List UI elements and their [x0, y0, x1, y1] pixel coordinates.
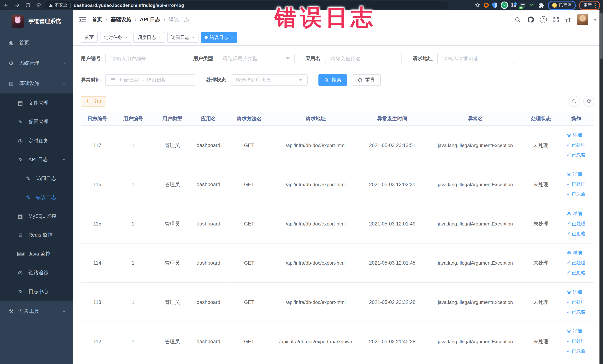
- table-row: 1161管理员dashboardGET/api/infra/db-doc/exp…: [81, 165, 594, 204]
- close-icon[interactable]: ×: [192, 35, 195, 39]
- hamburger-icon[interactable]: [79, 17, 86, 23]
- sidebar-item[interactable]: ⚒研发工具: [0, 301, 73, 321]
- close-icon[interactable]: ×: [125, 35, 127, 39]
- extension-plant-icon[interactable]: [529, 2, 535, 8]
- sidebar-item[interactable]: ⊞基础设施: [0, 73, 73, 94]
- sidebar-item[interactable]: ✎错误日志: [0, 188, 73, 207]
- extension-shield-icon[interactable]: [492, 2, 497, 8]
- extension-on-icon[interactable]: [520, 3, 525, 8]
- app-name-input[interactable]: [325, 53, 402, 64]
- ignored-link[interactable]: ✓已忽略: [567, 190, 586, 199]
- github-icon[interactable]: [527, 16, 534, 23]
- tag-item[interactable]: 调度日志×: [134, 32, 165, 43]
- extension-grid-icon[interactable]: [511, 3, 516, 8]
- detail-link[interactable]: 详细: [567, 327, 582, 336]
- column-header: 日志编号: [81, 112, 114, 126]
- request-url-input[interactable]: [437, 53, 514, 64]
- security-chip[interactable]: 不安全: [48, 2, 67, 8]
- detail-link[interactable]: 详细: [567, 287, 582, 297]
- extension-orange-icon[interactable]: [484, 3, 489, 8]
- refresh-icon: [587, 99, 591, 104]
- sidebar-item[interactable]: ✎API 日志: [0, 150, 73, 169]
- reset-button[interactable]: 重置: [352, 74, 381, 86]
- sidebar-item[interactable]: ✎访问日志: [0, 169, 73, 188]
- request-url-field[interactable]: [442, 55, 509, 62]
- tag-active[interactable]: 错误日志×: [201, 32, 237, 43]
- table-body: 1171管理员dashboardGET/api/infra/db-doc/exp…: [81, 126, 594, 361]
- browser-home-icon[interactable]: [35, 2, 42, 8]
- sidebar-item[interactable]: ▤文件管理: [0, 94, 73, 112]
- log-icon: ✎: [25, 175, 32, 181]
- extensions-puzzle-icon[interactable]: [538, 2, 545, 8]
- ignored-link[interactable]: ✓已忽略: [567, 150, 586, 160]
- app-name-field[interactable]: [330, 55, 397, 62]
- detail-link[interactable]: 详细: [567, 248, 582, 258]
- sidebar-logo[interactable]: 芋道管理系统: [0, 10, 73, 32]
- paused-extension-pill[interactable]: 已暂停: [548, 0, 576, 10]
- processed-link[interactable]: ✓已处理: [567, 219, 586, 228]
- extension-v-icon[interactable]: V: [501, 1, 508, 9]
- tag-item[interactable]: 首页: [81, 32, 98, 43]
- breadcrumb-infra[interactable]: 基础设施: [111, 16, 131, 23]
- processed-link[interactable]: ✓已处理: [567, 337, 586, 346]
- ignored-link[interactable]: ✓已忽略: [567, 307, 586, 317]
- user-id-input[interactable]: [105, 53, 182, 64]
- breadcrumb-api-log[interactable]: API 日志: [140, 16, 160, 23]
- process-status-select[interactable]: 请选择处理状态: [231, 74, 308, 86]
- browser-reload-icon[interactable]: [25, 2, 31, 8]
- action-label: 已处理: [572, 140, 586, 150]
- ignored-link[interactable]: ✓已忽略: [567, 347, 586, 356]
- tag-item[interactable]: 访问日志×: [167, 32, 198, 43]
- export-button[interactable]: 导出: [81, 96, 106, 106]
- close-icon[interactable]: ×: [159, 35, 161, 39]
- processed-link[interactable]: ✓已处理: [567, 297, 586, 307]
- check-icon: ✓: [567, 347, 570, 356]
- sidebar-item[interactable]: ✎配置管理: [0, 112, 73, 131]
- exception-time-range-picker[interactable]: 开始日期 - 结束日期: [105, 74, 195, 86]
- user-type-select[interactable]: 请选择用户类型: [218, 53, 295, 64]
- url-text[interactable]: dashboard.yudao.iocoder.cn/infra/log/api…: [74, 3, 184, 8]
- detail-link[interactable]: 详细: [567, 209, 582, 219]
- sidebar-item[interactable]: ◉首页: [0, 32, 73, 53]
- sidebar-item-label: MySQL 监控: [29, 212, 73, 219]
- sidebar-item[interactable]: ⚙系统管理: [0, 53, 73, 73]
- toggle-search-button[interactable]: [569, 96, 580, 107]
- tag-item[interactable]: 定时任务×: [100, 32, 131, 43]
- browser-back-icon[interactable]: [3, 2, 9, 8]
- scrollbar[interactable]: [600, 10, 603, 364]
- scrollbar-thumb[interactable]: [600, 13, 603, 59]
- ignored-link[interactable]: ✓已忽略: [567, 229, 586, 238]
- sidebar-item[interactable]: ✎日志中心: [0, 282, 73, 301]
- detail-link[interactable]: 详细: [567, 170, 582, 179]
- user-menu-caret-icon[interactable]: [594, 19, 597, 21]
- status-cell: 未处理: [524, 243, 558, 282]
- sidebar-item[interactable]: ◎链路追踪: [0, 263, 73, 282]
- browser-update-pill[interactable]: 更新: [579, 0, 600, 10]
- sidebar-item[interactable]: ≣Redis 监控: [0, 225, 73, 244]
- breadcrumb-home[interactable]: 首页: [92, 16, 102, 23]
- sidebar-item[interactable]: ▦MySQL 监控: [0, 207, 73, 225]
- user-avatar[interactable]: [577, 14, 588, 25]
- processed-link[interactable]: ✓已处理: [567, 140, 586, 150]
- sidebar-item[interactable]: ◷定时任务: [0, 131, 73, 150]
- user-id-field[interactable]: [110, 55, 177, 62]
- fullscreen-icon[interactable]: [552, 16, 560, 23]
- user-id-cell: 1: [114, 322, 152, 361]
- processed-link[interactable]: ✓已处理: [567, 180, 586, 189]
- app-cell: dashboard: [192, 204, 224, 244]
- refresh-table-button[interactable]: [583, 96, 594, 107]
- action-label: 详细: [573, 209, 582, 219]
- processed-link[interactable]: ✓已处理: [567, 258, 586, 268]
- detail-link[interactable]: 详细: [567, 130, 582, 140]
- ignored-link[interactable]: ✓已忽略: [567, 268, 586, 278]
- search-button[interactable]: 搜索: [318, 74, 347, 86]
- address-bar[interactable]: 不安全 dashboard.yudao.iocoder.cn/infra/log…: [45, 1, 448, 9]
- close-icon[interactable]: ×: [231, 35, 233, 39]
- browser-menu-icon[interactable]: [594, 3, 596, 8]
- font-size-icon[interactable]: TT: [565, 17, 571, 23]
- bookmark-star-icon[interactable]: [474, 2, 480, 8]
- help-icon[interactable]: ?: [540, 16, 547, 23]
- browser-forward-icon[interactable]: [14, 2, 20, 8]
- header-search-icon[interactable]: [514, 16, 522, 23]
- sidebar-item[interactable]: ⌨Java 监控: [0, 244, 73, 263]
